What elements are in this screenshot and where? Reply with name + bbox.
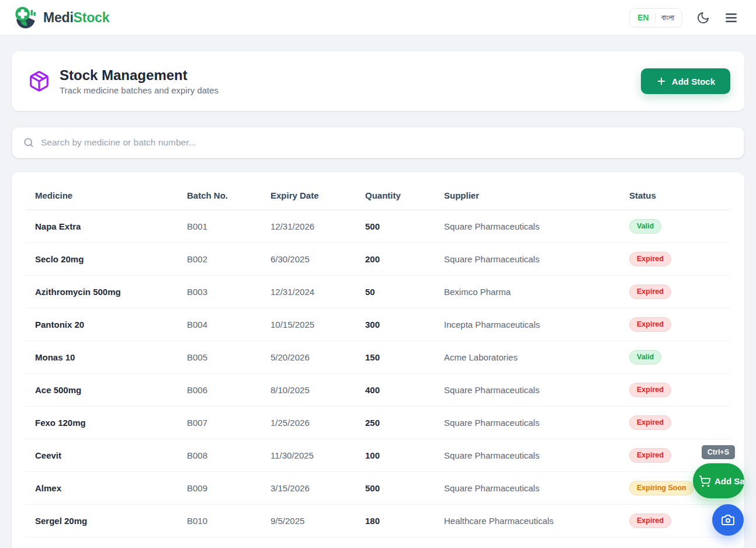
- column-header-medicine: Medicine: [26, 182, 178, 210]
- page-title: Stock Management: [60, 67, 219, 84]
- cell-medicine: Sergel 20mg: [26, 505, 178, 537]
- plus-icon: [656, 76, 667, 86]
- cell-medicine: Azithromycin 500mg: [26, 276, 178, 308]
- cell-expiry: 12/31/2026: [261, 210, 356, 243]
- cell-quantity: 150: [356, 341, 435, 374]
- table-row[interactable]: Pantonix 20 B004 10/15/2025 300 Incepta …: [26, 308, 730, 341]
- table-row[interactable]: Monas 10 B005 5/20/2026 150 Acme Laborat…: [26, 341, 730, 374]
- cell-status: Expired: [620, 308, 730, 341]
- cell-batch: B009: [178, 472, 261, 505]
- cell-quantity: 250: [356, 407, 435, 439]
- cell-batch: B004: [178, 308, 261, 341]
- cell-expiry: 10/15/2025: [261, 308, 356, 341]
- search-bar: [12, 127, 744, 158]
- add-stock-button[interactable]: Add Stock: [641, 68, 730, 94]
- table-row[interactable]: Sergel 20mg B010 9/5/2025 180 Healthcare…: [26, 505, 730, 537]
- table-header-row: Medicine Batch No. Expiry Date Quantity …: [26, 182, 730, 210]
- cell-quantity: 100: [356, 439, 435, 472]
- lang-option-bangla[interactable]: বাংলা: [661, 13, 674, 23]
- cell-supplier: Square Pharmaceuticals: [435, 407, 620, 439]
- cell-batch: B002: [178, 243, 261, 276]
- table-row[interactable]: Seclo 20mg B002 6/30/2025 200 Square Pha…: [26, 243, 730, 276]
- stock-table-body: Napa Extra B001 12/31/2026 500 Square Ph…: [26, 210, 730, 537]
- cell-batch: B006: [178, 374, 261, 407]
- cell-supplier: Healthcare Pharmaceuticals: [435, 505, 620, 537]
- cell-batch: B008: [178, 439, 261, 472]
- main-content: Stock Management Track medicine batches …: [0, 36, 756, 548]
- cell-medicine: Almex: [26, 472, 178, 505]
- brand-name: MediStock: [43, 10, 109, 26]
- cell-medicine: Ace 500mg: [26, 374, 178, 407]
- column-header-status: Status: [620, 182, 730, 210]
- table-row[interactable]: Fexo 120mg B007 1/25/2026 250 Square Pha…: [26, 407, 730, 439]
- cell-batch: B010: [178, 505, 261, 537]
- cell-supplier: Incepta Pharmaceuticals: [435, 308, 620, 341]
- cell-expiry: 5/20/2026: [261, 341, 356, 374]
- column-header-quantity: Quantity: [356, 182, 435, 210]
- medistock-logo-icon: [13, 5, 37, 30]
- cell-supplier: Acme Laboratories: [435, 341, 620, 374]
- status-badge: Expired: [629, 514, 671, 528]
- status-badge: Expired: [629, 415, 671, 430]
- cell-quantity: 400: [356, 374, 435, 407]
- status-badge: Expired: [629, 448, 671, 463]
- cell-batch: B001: [178, 210, 261, 243]
- cell-status: Expired: [620, 243, 730, 276]
- navbar: MediStock EN বাংলা: [0, 0, 756, 36]
- status-badge: Valid: [629, 219, 661, 234]
- cell-status: Valid: [620, 210, 730, 243]
- cell-medicine: Monas 10: [26, 341, 178, 374]
- cart-icon: [699, 475, 711, 487]
- cell-medicine: Napa Extra: [26, 210, 178, 243]
- table-row[interactable]: Ceevit B008 11/30/2025 100 Square Pharma…: [26, 439, 730, 472]
- cell-medicine: Fexo 120mg: [26, 407, 178, 439]
- cell-expiry: 3/15/2026: [261, 472, 356, 505]
- cell-quantity: 500: [356, 210, 435, 243]
- column-header-batch: Batch No.: [178, 182, 261, 210]
- search-input[interactable]: [41, 137, 733, 148]
- lang-divider: [655, 13, 656, 22]
- camera-icon: [721, 513, 735, 527]
- status-badge: Expired: [629, 252, 671, 266]
- stock-table-card: Medicine Batch No. Expiry Date Quantity …: [12, 172, 744, 548]
- language-switcher[interactable]: EN বাংলা: [629, 8, 682, 27]
- cell-batch: B007: [178, 407, 261, 439]
- cell-supplier: Square Pharmaceuticals: [435, 374, 620, 407]
- cell-status: Expired: [620, 374, 730, 407]
- add-sale-button[interactable]: Add Sale: [693, 463, 744, 498]
- moon-icon: [696, 11, 710, 25]
- status-badge: Expired: [629, 383, 671, 397]
- brand-logo[interactable]: MediStock: [13, 5, 109, 30]
- cell-quantity: 200: [356, 243, 435, 276]
- cell-batch: B003: [178, 276, 261, 308]
- table-row[interactable]: Napa Extra B001 12/31/2026 500 Square Ph…: [26, 210, 730, 243]
- dark-mode-toggle[interactable]: [696, 11, 710, 25]
- cell-quantity: 180: [356, 505, 435, 537]
- camera-button[interactable]: [712, 504, 744, 536]
- table-row[interactable]: Almex B009 3/15/2026 500 Square Pharmace…: [26, 472, 730, 505]
- table-row[interactable]: Azithromycin 500mg B003 12/31/2024 50 Be…: [26, 276, 730, 308]
- cell-expiry: 8/10/2025: [261, 374, 356, 407]
- status-badge: Expired: [629, 317, 671, 332]
- status-badge: Valid: [629, 350, 661, 365]
- hamburger-icon: [724, 11, 738, 25]
- cell-supplier: Square Pharmaceuticals: [435, 243, 620, 276]
- cell-batch: B005: [178, 341, 261, 374]
- cell-expiry: 1/25/2026: [261, 407, 356, 439]
- lang-option-en[interactable]: EN: [637, 13, 649, 22]
- cell-medicine: Ceevit: [26, 439, 178, 472]
- hamburger-menu-button[interactable]: [724, 11, 738, 25]
- page-subtitle: Track medicine batches and expiry dates: [60, 85, 219, 95]
- cell-supplier: Square Pharmaceuticals: [435, 439, 620, 472]
- cell-status: Expired: [620, 276, 730, 308]
- cell-supplier: Beximco Pharma: [435, 276, 620, 308]
- stock-table: Medicine Batch No. Expiry Date Quantity …: [26, 182, 730, 537]
- cell-medicine: Seclo 20mg: [26, 243, 178, 276]
- cell-expiry: 9/5/2025: [261, 505, 356, 537]
- column-header-expiry: Expiry Date: [261, 182, 356, 210]
- cell-status: Expired: [620, 407, 730, 439]
- cell-quantity: 500: [356, 472, 435, 505]
- table-row[interactable]: Ace 500mg B006 8/10/2025 400 Square Phar…: [26, 374, 730, 407]
- cell-supplier: Square Pharmaceuticals: [435, 472, 620, 505]
- package-icon: [28, 70, 50, 92]
